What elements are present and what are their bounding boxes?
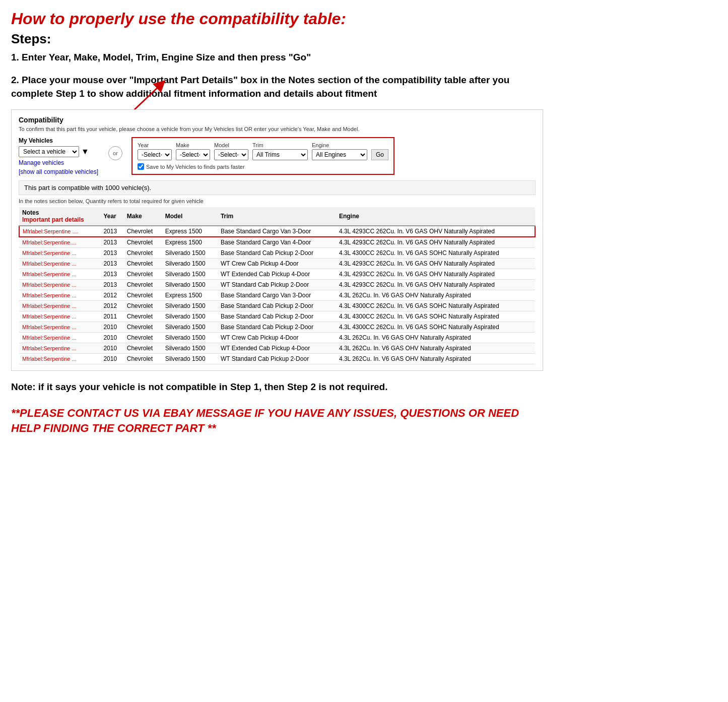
model-cell: Express 1500 bbox=[162, 237, 218, 248]
make-select[interactable]: -Select- bbox=[176, 149, 210, 160]
make-cell: Chevrolet bbox=[124, 322, 162, 333]
vehicle-select-row: Select a vehicle ▼ bbox=[19, 146, 99, 157]
make-cell: Chevrolet bbox=[124, 354, 162, 364]
notes-cell: Mfrlabel:Serpentine ... bbox=[19, 248, 100, 259]
trim-cell: Base Standard Cab Pickup 2-Door bbox=[218, 322, 336, 333]
table-header-row: Notes Important part details Year Make M… bbox=[19, 207, 535, 226]
show-all-link[interactable]: [show all compatible vehicles] bbox=[19, 168, 99, 175]
engine-cell: 4.3L 4300CC 262Cu. In. V6 GAS SOHC Natur… bbox=[336, 301, 535, 311]
trim-cell: WT Crew Cab Pickup 4-Door bbox=[218, 259, 336, 269]
my-vehicles-label: My Vehicles bbox=[19, 137, 99, 144]
engine-cell: 4.3L 4293CC 262Cu. In. V6 GAS OHV Natura… bbox=[336, 259, 535, 269]
trim-field: Trim All Trims bbox=[252, 142, 308, 160]
trim-cell: Base Standard Cargo Van 3-Door bbox=[218, 226, 336, 237]
engine-cell: 4.3L 4293CC 262Cu. In. V6 GAS OHV Natura… bbox=[336, 237, 535, 248]
save-vehicles-text: Save to My Vehicles to finds parts faste… bbox=[146, 164, 245, 170]
save-vehicles-row: Save to My Vehicles to finds parts faste… bbox=[138, 163, 388, 170]
trim-cell: Base Standard Cargo Van 4-Door bbox=[218, 237, 336, 248]
year-header: Year bbox=[100, 207, 123, 226]
notes-sub-label: Important part details bbox=[22, 216, 84, 223]
save-vehicles-checkbox[interactable] bbox=[138, 163, 144, 170]
step1-text: 1. Enter Year, Make, Model, Trim, Engine… bbox=[11, 51, 543, 65]
year-cell: 2010 bbox=[100, 322, 123, 333]
table-row: Mfrlabel:Serpentine ... 2011 Chevrolet S… bbox=[19, 311, 535, 322]
year-cell: 2012 bbox=[100, 290, 123, 301]
table-body: Mfrlabel:Serpentine .... 2013 Chevrolet … bbox=[19, 226, 535, 364]
trim-cell: Base Standard Cargo Van 3-Door bbox=[218, 290, 336, 301]
compatibility-panel: Compatibility To confirm that this part … bbox=[11, 109, 543, 371]
trim-cell: WT Standard Cab Pickup 2-Door bbox=[218, 354, 336, 364]
step2-text: 2. Place your mouse over "Important Part… bbox=[11, 74, 543, 100]
make-label: Make bbox=[176, 142, 210, 148]
notes-cell: Mfrlabel:Serpentine ... bbox=[19, 322, 100, 333]
model-cell: Silverado 1500 bbox=[162, 269, 218, 280]
model-cell: Silverado 1500 bbox=[162, 333, 218, 343]
model-select[interactable]: -Select- bbox=[214, 149, 248, 160]
trim-cell: Base Standard Cab Pickup 2-Door bbox=[218, 311, 336, 322]
make-cell: Chevrolet bbox=[124, 311, 162, 322]
make-cell: Chevrolet bbox=[124, 280, 162, 290]
make-cell: Chevrolet bbox=[124, 226, 162, 237]
year-cell: 2013 bbox=[100, 280, 123, 290]
table-row: Mfrlabel:Serpentine ... 2010 Chevrolet S… bbox=[19, 343, 535, 354]
model-cell: Silverado 1500 bbox=[162, 259, 218, 269]
notes-cell: Mfrlabel:Serpentine ... bbox=[19, 333, 100, 343]
compat-subtitle: To confirm that this part fits your vehi… bbox=[19, 126, 536, 132]
trim-cell: WT Standard Cab Pickup 2-Door bbox=[218, 280, 336, 290]
engine-label: Engine bbox=[312, 142, 367, 148]
year-cell: 2010 bbox=[100, 343, 123, 354]
make-cell: Chevrolet bbox=[124, 290, 162, 301]
table-row: Mfrlabel:Serpentine ... 2012 Chevrolet S… bbox=[19, 301, 535, 311]
table-row: Mfrlabel:Serpentine ... 2013 Chevrolet S… bbox=[19, 259, 535, 269]
trim-cell: WT Extended Cab Pickup 4-Door bbox=[218, 269, 336, 280]
or-divider: or bbox=[108, 146, 122, 160]
notes-header: Notes Important part details bbox=[19, 207, 100, 226]
trim-select[interactable]: All Trims bbox=[252, 149, 308, 160]
go-button[interactable]: Go bbox=[371, 149, 388, 160]
year-cell: 2012 bbox=[100, 301, 123, 311]
year-label: Year bbox=[138, 142, 172, 148]
compatibility-table: Notes Important part details Year Make M… bbox=[19, 207, 536, 364]
vehicle-dropdown[interactable]: Select a vehicle bbox=[19, 146, 79, 157]
trim-cell: Base Standard Cab Pickup 2-Door bbox=[218, 301, 336, 311]
make-field: Make -Select- bbox=[176, 142, 210, 160]
notes-cell: Mfrlabel:Serpentine .... bbox=[19, 226, 100, 237]
engine-cell: 4.3L 4293CC 262Cu. In. V6 GAS OHV Natura… bbox=[336, 280, 535, 290]
year-cell: 2010 bbox=[100, 354, 123, 364]
engine-header: Engine bbox=[336, 207, 535, 226]
contact-text: **PLEASE CONTACT US VIA EBAY MESSAGE IF … bbox=[11, 406, 543, 437]
model-cell: Silverado 1500 bbox=[162, 311, 218, 322]
engine-cell: 4.3L 262Cu. In. V6 GAS OHV Naturally Asp… bbox=[336, 354, 535, 364]
table-row: Mfrlabel:Serpentine ... 2013 Chevrolet S… bbox=[19, 269, 535, 280]
year-cell: 2013 bbox=[100, 248, 123, 259]
manage-vehicles-link[interactable]: Manage vehicles bbox=[19, 159, 99, 166]
model-field: Model -Select- bbox=[214, 142, 248, 160]
model-cell: Silverado 1500 bbox=[162, 248, 218, 259]
table-row: Mfrlabel:Serpentine ... 2010 Chevrolet S… bbox=[19, 322, 535, 333]
engine-cell: 4.3L 4293CC 262Cu. In. V6 GAS OHV Natura… bbox=[336, 226, 535, 237]
model-cell: Express 1500 bbox=[162, 226, 218, 237]
notes-cell: Mfrlabel:Serpentine ... bbox=[19, 269, 100, 280]
dropdown-arrow-icon: ▼ bbox=[81, 147, 89, 156]
year-select[interactable]: -Select- bbox=[138, 149, 172, 160]
vehicles-row: My Vehicles Select a vehicle ▼ Manage ve… bbox=[19, 137, 536, 175]
table-row: Mfrlabel:Serpentine ... 2013 Chevrolet S… bbox=[19, 280, 535, 290]
make-cell: Chevrolet bbox=[124, 269, 162, 280]
trim-cell: WT Crew Cab Pickup 4-Door bbox=[218, 333, 336, 343]
engine-cell: 4.3L 4300CC 262Cu. In. V6 GAS SOHC Natur… bbox=[336, 248, 535, 259]
steps-heading: Steps: bbox=[11, 31, 543, 47]
model-header: Model bbox=[162, 207, 218, 226]
vehicle-entry-row: Year -Select- Make -Select- Model bbox=[138, 142, 388, 160]
year-cell: 2013 bbox=[100, 259, 123, 269]
table-row: Mfrlabel:Serpentine ... 2013 Chevrolet S… bbox=[19, 248, 535, 259]
note-text: Note: if it says your vehicle is not com… bbox=[11, 380, 543, 395]
make-cell: Chevrolet bbox=[124, 301, 162, 311]
make-cell: Chevrolet bbox=[124, 237, 162, 248]
trim-cell: Base Standard Cab Pickup 2-Door bbox=[218, 248, 336, 259]
notes-header-label: Notes bbox=[22, 209, 39, 216]
notes-cell: Mfrlabel:Serpentine ... bbox=[19, 311, 100, 322]
engine-select[interactable]: All Engines bbox=[312, 149, 367, 160]
year-cell: 2013 bbox=[100, 269, 123, 280]
notes-cell: Mfrlabel:Serpentine ... bbox=[19, 290, 100, 301]
model-label: Model bbox=[214, 142, 248, 148]
